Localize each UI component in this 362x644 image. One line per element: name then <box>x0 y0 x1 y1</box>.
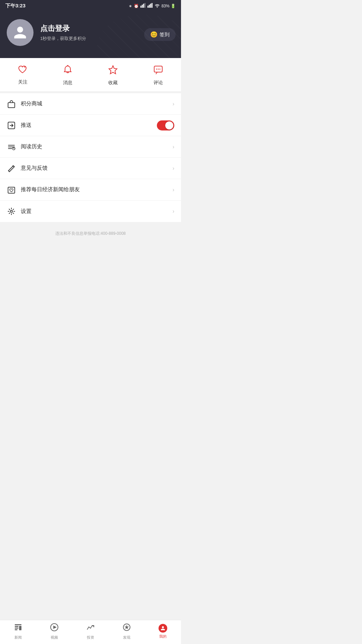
alarm-icon: ⏰ <box>134 4 139 8</box>
points-mall-right: › <box>173 101 174 107</box>
collect-label: 收藏 <box>108 80 118 86</box>
heart-plus-icon: + <box>18 65 28 76</box>
quick-action-comment[interactable]: 评论 <box>153 65 163 86</box>
quick-actions-bar: + 关注 消息 收藏 <box>0 58 181 93</box>
svg-rect-2 <box>143 4 144 8</box>
smile-icon: 😊 <box>150 31 158 38</box>
menu-item-feedback[interactable]: 意见与反馈 › <box>0 158 181 179</box>
chevron-right-icon: › <box>173 165 174 171</box>
push-toggle[interactable] <box>157 120 174 130</box>
recommend-right: › <box>173 187 174 193</box>
quick-action-follow[interactable]: + 关注 <box>18 65 28 86</box>
hotline-text: 违法和不良信息举报电话:400-889-0008 <box>55 231 126 236</box>
history-right: › <box>173 144 174 150</box>
svg-point-11 <box>156 69 157 70</box>
svg-rect-7 <box>152 3 153 8</box>
chevron-right-icon: › <box>173 144 174 150</box>
profile-header[interactable]: 点击登录 1秒登录，获取更多积分 😊 签到 <box>0 11 181 58</box>
edit-icon <box>7 164 16 173</box>
comment-label: 评论 <box>154 80 163 86</box>
svg-rect-14 <box>8 103 15 108</box>
chevron-right-icon: › <box>173 101 174 107</box>
person-avatar-icon <box>13 25 27 40</box>
footer-note: 违法和不良信息举报电话:400-889-0008 <box>0 224 181 243</box>
profile-info: 点击登录 1秒登录，获取更多积分 <box>40 23 86 42</box>
message-label: 消息 <box>63 80 72 86</box>
chevron-right-icon: › <box>173 208 174 214</box>
menu-item-settings[interactable]: 设置 › <box>0 201 181 222</box>
svg-marker-9 <box>109 66 117 74</box>
battery-icon: 83% 🔋 <box>162 4 176 8</box>
svg-rect-3 <box>144 3 145 8</box>
chevron-right-icon: › <box>173 187 174 193</box>
feedback-label: 意见与反馈 <box>21 165 173 172</box>
comment-icon <box>153 65 163 77</box>
menu-item-points-mall[interactable]: 积分商城 › <box>0 93 181 115</box>
svg-rect-0 <box>140 6 141 8</box>
svg-text:+: + <box>24 65 26 69</box>
login-subtitle: 1秒登录，获取更多积分 <box>40 36 86 42</box>
status-bar: 下午3:23 ∗ ⏰ 83% 🔋 <box>0 0 181 11</box>
quick-action-collect[interactable]: 收藏 <box>108 65 118 86</box>
points-mall-label: 积分商城 <box>21 100 173 107</box>
svg-rect-1 <box>142 5 143 8</box>
settings-icon <box>7 207 16 216</box>
quick-action-message[interactable]: 消息 <box>63 65 72 86</box>
svg-rect-4 <box>147 6 148 8</box>
menu-section: 积分商城 › 推送 阅读历史 › <box>0 93 181 222</box>
login-title: 点击登录 <box>40 23 86 34</box>
signal2-icon <box>147 3 153 9</box>
wifi-icon <box>155 3 160 9</box>
checkin-label: 签到 <box>160 32 170 38</box>
signal1-icon <box>140 3 146 9</box>
checkin-button[interactable]: 😊 签到 <box>144 28 176 41</box>
status-icons: ∗ ⏰ 83% 🔋 <box>129 3 176 9</box>
share-heart-icon <box>7 185 16 195</box>
menu-item-push[interactable]: 推送 <box>0 115 181 136</box>
recommend-label: 推荐每日经济新闻给朋友 <box>21 186 173 193</box>
svg-rect-6 <box>150 4 151 8</box>
history-label: 阅读历史 <box>21 143 173 150</box>
history-icon <box>7 142 16 152</box>
svg-point-21 <box>10 210 12 212</box>
push-right[interactable] <box>157 120 174 130</box>
feedback-right: › <box>173 165 174 171</box>
follow-label: 关注 <box>18 79 27 85</box>
bluetooth-icon: ∗ <box>129 4 132 8</box>
push-icon <box>7 121 16 130</box>
star-icon <box>108 65 118 77</box>
avatar[interactable] <box>7 19 34 46</box>
svg-rect-5 <box>149 5 150 8</box>
settings-right: › <box>173 208 174 214</box>
push-label: 推送 <box>21 122 157 129</box>
bell-icon <box>63 65 72 77</box>
menu-item-history[interactable]: 阅读历史 › <box>0 136 181 158</box>
svg-rect-20 <box>8 187 15 193</box>
svg-point-13 <box>160 69 161 70</box>
status-time: 下午3:23 <box>5 3 25 9</box>
menu-item-recommend[interactable]: 推荐每日经济新闻给朋友 › <box>0 179 181 201</box>
settings-label: 设置 <box>21 208 173 215</box>
bag-icon <box>7 99 16 109</box>
svg-point-12 <box>158 69 159 70</box>
